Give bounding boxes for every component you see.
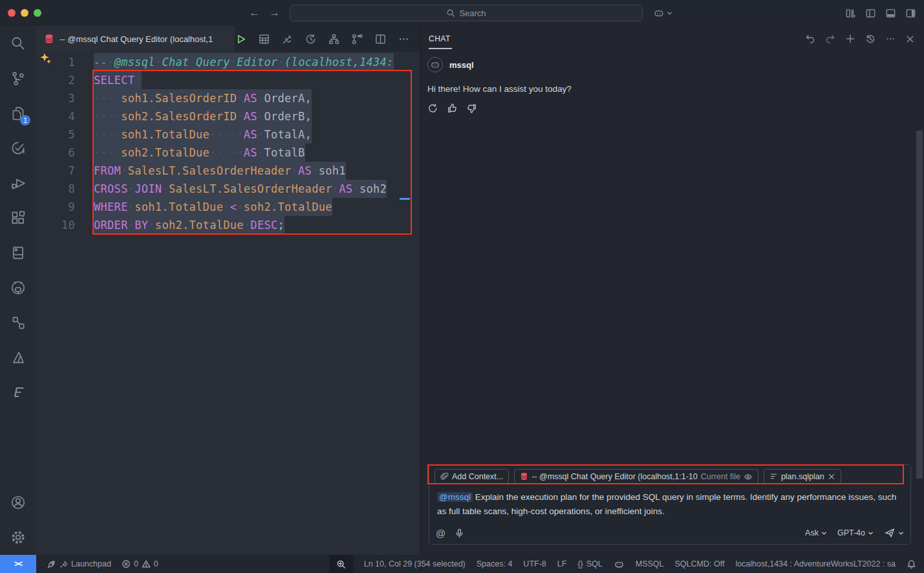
- account-button[interactable]: [0, 485, 36, 520]
- toggle-panel-icon[interactable]: [885, 8, 896, 19]
- linked-nodes-icon: [10, 314, 27, 331]
- sidebar-item-run-debug[interactable]: [0, 166, 36, 200]
- microphone-icon[interactable]: [455, 528, 464, 538]
- launchpad-item[interactable]: Launchpad: [47, 559, 111, 569]
- chat-input-box[interactable]: Add Context... -- @mssql Chat Query Edit…: [429, 464, 911, 545]
- new-chat-icon[interactable]: [845, 34, 855, 44]
- mssql-item[interactable]: MSSQL: [636, 559, 664, 568]
- history-icon[interactable]: [865, 34, 876, 44]
- back-arrow-icon[interactable]: ←: [249, 6, 260, 19]
- code-line[interactable]: 8CROSS·JOIN·SalesLT.SalesOrderHeader·AS·…: [36, 180, 420, 198]
- problems-item[interactable]: 0 0: [122, 559, 158, 568]
- model-picker[interactable]: GPT-4o: [837, 528, 874, 537]
- split-editor-icon[interactable]: [374, 33, 387, 45]
- close-window-button[interactable]: [8, 9, 16, 17]
- customize-layout-icon[interactable]: [845, 8, 856, 19]
- minimize-window-button[interactable]: [21, 9, 28, 17]
- copilot-status-icon[interactable]: [614, 559, 625, 570]
- sidebar-item-azure[interactable]: [0, 340, 36, 375]
- sidebar-item-query-history[interactable]: [0, 131, 36, 166]
- check-circle-icon: [10, 140, 27, 157]
- language-item[interactable]: {}SQL: [577, 559, 602, 568]
- sqlcmd-item[interactable]: SQLCMD: Off: [675, 559, 725, 568]
- zoom-indicator[interactable]: [330, 555, 353, 573]
- chat-scrollbar[interactable]: [916, 131, 923, 479]
- code-line[interactable]: 7FROM·SalesLT.SalesOrderHeader·AS·soh1: [36, 162, 420, 180]
- line-number: 10: [36, 216, 75, 234]
- line-number: 5: [36, 125, 75, 144]
- chat-input-text[interactable]: @mssql Explain the execution plan for th…: [435, 484, 910, 519]
- connect-icon[interactable]: [281, 33, 294, 45]
- change-connection-icon[interactable]: [305, 33, 317, 45]
- estimated-plan-icon[interactable]: [328, 33, 340, 45]
- send-button[interactable]: [884, 527, 904, 539]
- line-number: 7: [36, 162, 75, 180]
- toggle-secondary-sidebar-icon[interactable]: [905, 8, 916, 19]
- sidebar-item-connections[interactable]: [0, 305, 36, 340]
- zoom-window-button[interactable]: [34, 9, 41, 17]
- code-line[interactable]: 6····soh2.TotalDue·····AS·TotalB: [36, 144, 420, 162]
- eol-item[interactable]: LF: [557, 559, 567, 568]
- eye-icon[interactable]: [744, 472, 753, 481]
- database-icon: [44, 34, 54, 44]
- close-icon[interactable]: [905, 34, 915, 44]
- more-icon[interactable]: [885, 34, 896, 44]
- sidebar-item-fabric[interactable]: [0, 375, 36, 410]
- sidebar-item-database-projects[interactable]: [0, 235, 36, 270]
- remove-chip-icon[interactable]: [828, 473, 835, 481]
- chat-message: mssql Hi there! How can I assist you tod…: [421, 52, 924, 114]
- code-line[interactable]: 3····soh1.SalesOrderID·AS·OrderA,: [36, 89, 420, 107]
- selected-code-text: FROM·SalesLT.SalesOrderHeader·AS·soh1: [94, 162, 346, 180]
- bell-icon[interactable]: [907, 559, 916, 569]
- line-number: 3: [36, 89, 75, 107]
- forward-arrow-icon[interactable]: →: [269, 6, 280, 19]
- sidebar-item-extensions[interactable]: [0, 200, 36, 235]
- undo-icon[interactable]: [805, 34, 815, 44]
- code-line[interactable]: 5····soh1.TotalDue·····AS·TotalA,: [36, 125, 420, 144]
- editor-tab[interactable]: -- @mssql Chat Query Editor (localhost,1: [36, 26, 235, 52]
- toggle-primary-sidebar-icon[interactable]: [865, 8, 876, 19]
- activity-bar: 1: [0, 26, 36, 555]
- copilot-menu-button[interactable]: [653, 7, 672, 19]
- sidebar-item-source-control[interactable]: [0, 61, 36, 96]
- mention-button[interactable]: @: [436, 528, 446, 539]
- code-line[interactable]: 1--·@mssql·Chat·Query·Editor·(localhost,…: [36, 53, 420, 71]
- code-line[interactable]: 4····soh2.SalesOrderID·AS·OrderB,: [36, 107, 420, 125]
- encoding-item[interactable]: UTF-8: [523, 559, 546, 568]
- cursor-position-item[interactable]: Ln 10, Col 29 (354 selected): [364, 559, 466, 568]
- sidebar-item-copilot-edits[interactable]: 1: [0, 96, 36, 131]
- thumbs-down-icon[interactable]: [466, 103, 477, 114]
- remote-indicator[interactable]: ><: [0, 555, 36, 573]
- plan-sqlplan-chip[interactable]: plan.sqlplan: [764, 469, 841, 484]
- mode-picker[interactable]: Ask: [805, 528, 827, 537]
- thumbs-up-icon[interactable]: [447, 103, 458, 114]
- sidebar-item-search[interactable]: [0, 26, 36, 61]
- sqlcmd-toggle-icon[interactable]: [351, 33, 363, 45]
- copilot-sparkle-icon[interactable]: [39, 52, 53, 66]
- connection-item[interactable]: localhost,1434 : AdventureWorksLT2022 : …: [735, 559, 896, 568]
- send-icon: [884, 527, 896, 539]
- account-icon: [10, 494, 27, 511]
- run-debug-icon: [10, 175, 27, 191]
- add-context-button[interactable]: Add Context...: [435, 469, 509, 484]
- tab-chat[interactable]: CHAT: [429, 26, 451, 52]
- code-editor[interactable]: 1--·@mssql·Chat·Query·Editor·(localhost,…: [36, 52, 420, 555]
- run-query-icon[interactable]: [235, 33, 247, 45]
- settings-button[interactable]: [0, 520, 36, 555]
- command-search-box[interactable]: Search: [290, 5, 643, 21]
- regenerate-icon[interactable]: [427, 103, 438, 114]
- code-line[interactable]: 2SELECT·: [36, 71, 420, 89]
- indentation-item[interactable]: Spaces: 4: [477, 559, 513, 568]
- redo-icon[interactable]: [825, 34, 835, 44]
- sidebar-item-github[interactable]: [0, 270, 36, 305]
- mssql-mention[interactable]: @mssql: [437, 492, 473, 502]
- rocket-icon: [47, 559, 56, 569]
- results-grid-icon[interactable]: [258, 33, 270, 45]
- current-file-chip[interactable]: -- @mssql Chat Query Editor (localhost,1…: [514, 469, 758, 484]
- code-line[interactable]: 9WHERE·soh1.TotalDue·<·soh2.TotalDue: [36, 198, 420, 216]
- line-number: 9: [36, 198, 75, 216]
- editor-toolbar: [235, 26, 420, 52]
- prompt-text: Explain the execution plan for the provi…: [437, 492, 896, 516]
- code-line[interactable]: 10ORDER·BY·soh2.TotalDue·DESC;: [36, 216, 420, 234]
- more-actions-icon[interactable]: [398, 33, 410, 45]
